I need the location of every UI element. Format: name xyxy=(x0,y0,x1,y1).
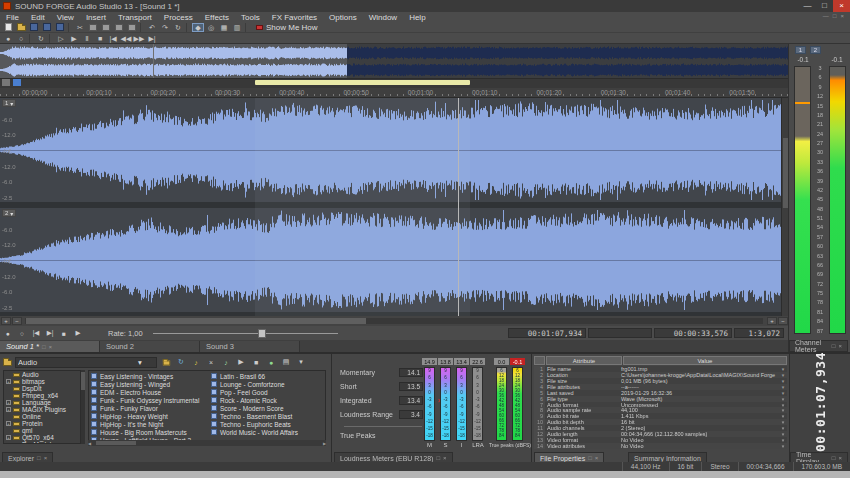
render-as-icon[interactable] xyxy=(54,23,66,32)
file-item[interactable]: World Music - World Affairs xyxy=(209,428,326,436)
menu-item[interactable]: File xyxy=(0,13,25,22)
add-favorite-icon[interactable]: ♪ xyxy=(190,357,202,367)
redo-icon[interactable]: ↷ xyxy=(159,23,171,32)
meter-channel-1-button[interactable]: 1 xyxy=(795,46,806,54)
loop-playback-icon[interactable]: ↻ xyxy=(35,34,47,43)
tab-sound-1[interactable]: Sound 1 * □ × xyxy=(0,341,100,352)
channel-meters-tab[interactable]: Channel Meters □ × xyxy=(789,340,848,352)
menu-item[interactable]: FX Favorites xyxy=(266,13,323,22)
close-icon[interactable]: × xyxy=(838,455,842,461)
show-me-how-button[interactable]: Show Me How xyxy=(251,22,323,32)
file-item[interactable]: Lounge - Comfortzone xyxy=(209,380,326,388)
waveform-display[interactable]: -2.5-6.0-12.0-Inf.-12.0-6.0-2.5 -2.5-6.0… xyxy=(0,98,788,316)
loop-icon[interactable]: ○ xyxy=(16,328,28,338)
expand-icon[interactable]: + xyxy=(6,400,11,405)
position-readout[interactable]: 00:01:07,934 xyxy=(508,328,586,338)
float-icon[interactable]: □ xyxy=(832,455,836,461)
zoom-out-button[interactable]: − xyxy=(778,317,788,325)
maximize-button[interactable]: □ xyxy=(816,0,833,12)
file-item[interactable]: Easy Listening - Winged xyxy=(89,380,207,388)
trim-icon[interactable] xyxy=(126,23,138,32)
menu-item[interactable]: Options xyxy=(323,13,363,22)
overview-waveform[interactable] xyxy=(0,44,788,78)
file-item[interactable]: House - Big Room Mastercuts xyxy=(89,428,207,436)
delete-icon[interactable]: × xyxy=(205,357,217,367)
expand-icon[interactable]: + xyxy=(6,379,11,384)
time-ruler[interactable]: 00:00:0000:00:1000:00:2000:00:3000:00:40… xyxy=(0,88,788,98)
tree-item[interactable]: + Language xyxy=(4,399,80,406)
scroll-left-icon[interactable]: ◀ xyxy=(88,441,91,446)
address-input[interactable] xyxy=(18,358,138,367)
record-icon[interactable]: ● xyxy=(2,34,14,43)
record-icon[interactable]: ● xyxy=(2,328,14,338)
blank-readout[interactable] xyxy=(588,328,652,338)
close-icon[interactable]: × xyxy=(595,455,599,461)
menu-item[interactable]: Tools xyxy=(235,13,266,22)
go-to-start-icon[interactable]: |◀ xyxy=(30,328,42,338)
spectrum-icon[interactable]: ▦ xyxy=(218,23,230,32)
property-row[interactable]: 14 Video attributes No Video ▾ xyxy=(534,443,787,449)
mdi-close-button[interactable]: × xyxy=(840,13,844,19)
menu-item[interactable]: Insert xyxy=(80,13,112,22)
file-item[interactable]: HipHop - Heavy Weight xyxy=(89,412,207,420)
channel-2-button[interactable]: 2 ▾ xyxy=(2,209,16,217)
tree-item[interactable]: qml xyxy=(4,427,80,434)
file-item[interactable]: Latin - Brasil 66 xyxy=(209,372,326,380)
selection-length-readout[interactable]: 00:00:33,576 xyxy=(654,328,732,338)
selection-bar[interactable] xyxy=(255,80,470,85)
zoom-out-vertical-button[interactable]: − xyxy=(12,317,22,325)
cut-icon[interactable]: ✂ xyxy=(74,23,86,32)
repeat-icon[interactable]: ↻ xyxy=(172,23,184,32)
menu-item[interactable]: Help xyxy=(403,13,431,22)
zoom-in-button[interactable]: + xyxy=(767,317,777,325)
save-as-icon[interactable] xyxy=(41,23,53,32)
play-all-icon[interactable]: ▷ xyxy=(55,34,67,43)
channel-1-button[interactable]: 1 ▾ xyxy=(2,99,16,107)
speaker-icon[interactable] xyxy=(2,79,10,86)
expand-icon[interactable]: + xyxy=(6,435,11,440)
stop-icon[interactable]: ■ xyxy=(94,34,106,43)
menu-item[interactable]: View xyxy=(51,13,80,22)
expand-icon[interactable]: + xyxy=(6,407,11,412)
preview-stop-icon[interactable]: ■ xyxy=(250,357,262,367)
minimize-button[interactable]: — xyxy=(799,0,816,12)
file-item[interactable]: HipHop - It's the Night xyxy=(89,420,207,428)
preview-play-icon[interactable]: ▶ xyxy=(235,357,247,367)
file-list-scrollbar[interactable]: ◀ ▶ xyxy=(88,440,326,446)
event-tool-icon[interactable]: ◆ xyxy=(192,23,204,32)
expand-icon[interactable]: + xyxy=(6,421,11,426)
menu-item[interactable]: Process xyxy=(158,13,199,22)
loop-icon[interactable]: ○ xyxy=(15,34,27,43)
menu-item[interactable]: Edit xyxy=(25,13,51,22)
go-to-end-icon[interactable]: ▶| xyxy=(44,328,56,338)
close-icon[interactable]: × xyxy=(443,455,447,461)
stop-icon[interactable]: ■ xyxy=(58,328,70,338)
new-file-icon[interactable] xyxy=(2,23,14,32)
rate-slider[interactable] xyxy=(153,329,338,338)
refresh-icon[interactable]: ↻ xyxy=(175,357,187,367)
ratio-readout[interactable]: 1:3,072 xyxy=(734,328,784,338)
file-item[interactable]: Score - Modern Score xyxy=(209,404,326,412)
zoom-tool-icon[interactable]: ◎ xyxy=(205,23,217,32)
close-icon[interactable]: × xyxy=(49,344,53,350)
menu-item[interactable]: Effects xyxy=(199,13,235,22)
file-item[interactable]: Funk - Funk Odyssey Instrumental xyxy=(89,396,207,404)
chevron-down-icon[interactable]: ▾ xyxy=(138,358,142,367)
tree-item[interactable]: + Protein xyxy=(4,420,80,427)
value-column-header[interactable]: Value xyxy=(623,356,787,365)
menu-item[interactable]: Window xyxy=(363,13,403,22)
file-item[interactable]: Rock - Atomic Rock xyxy=(209,396,326,404)
copy-icon[interactable] xyxy=(87,23,99,32)
tree-item[interactable]: ResModule xyxy=(4,441,80,444)
auto-preview-icon[interactable]: ● xyxy=(265,357,277,367)
file-item[interactable]: Pop - Feel Good xyxy=(209,388,326,396)
float-icon[interactable]: □ xyxy=(588,455,592,461)
play-icon[interactable]: ▶ xyxy=(68,34,80,43)
mdi-restore-button[interactable]: □ xyxy=(833,13,837,19)
menu-item[interactable]: Transport xyxy=(112,13,158,22)
open-file-icon[interactable] xyxy=(15,23,27,32)
close-icon[interactable]: × xyxy=(838,343,842,349)
views-icon[interactable]: ▤ xyxy=(280,357,292,367)
tab-sound-3[interactable]: Sound 3 xyxy=(200,341,300,352)
file-item[interactable]: Techno - Basement Blast xyxy=(209,412,326,420)
